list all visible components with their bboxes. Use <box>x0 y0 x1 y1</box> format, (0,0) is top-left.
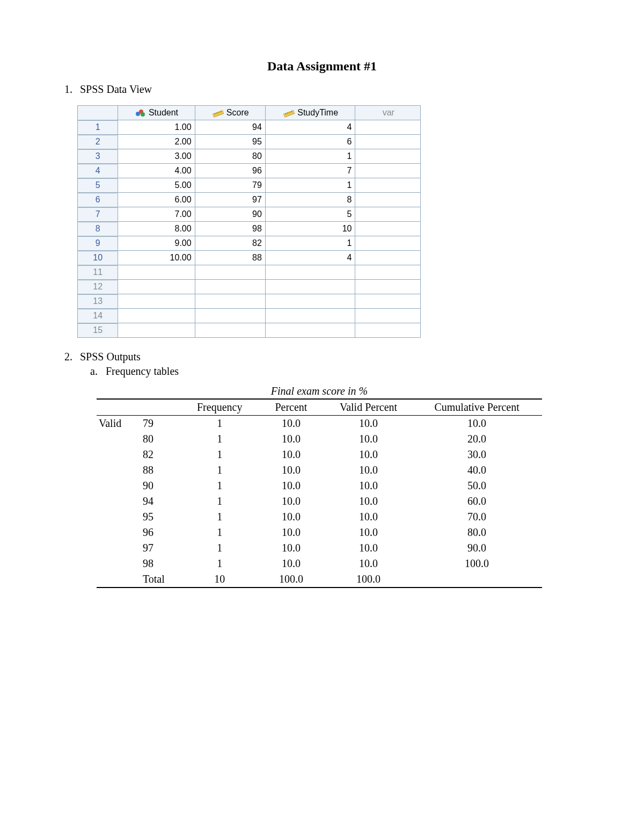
spss-row-number[interactable]: 6 <box>78 193 118 207</box>
spss-cell[interactable]: 94 <box>195 120 265 135</box>
spss-cell[interactable] <box>265 294 355 309</box>
table-row: 44.00967 <box>78 164 421 178</box>
spss-row-number[interactable]: 1 <box>78 120 118 135</box>
spss-cell[interactable] <box>355 265 421 280</box>
spss-row-number[interactable]: 4 <box>78 164 118 178</box>
spss-cell[interactable] <box>355 178 421 193</box>
spss-cell[interactable]: 6.00 <box>118 193 195 207</box>
freq-value: 88 <box>138 462 182 478</box>
spss-cell[interactable] <box>195 309 265 323</box>
spss-cell[interactable]: 1 <box>265 236 355 251</box>
spss-cell[interactable]: 90 <box>195 207 265 222</box>
spss-row-number[interactable]: 11 <box>78 265 118 280</box>
spss-cell[interactable] <box>355 207 421 222</box>
spss-cell[interactable] <box>355 135 421 149</box>
spss-cell[interactable] <box>265 280 355 294</box>
page-title: Data Assignment #1 <box>64 59 580 74</box>
freq-value: 90 <box>138 478 182 494</box>
spss-cell[interactable]: 4 <box>265 120 355 135</box>
spss-cell[interactable] <box>118 323 195 338</box>
spss-col-student[interactable]: Student <box>118 106 195 120</box>
list-item-1: 1. SPSS Data View <box>64 83 580 96</box>
spss-cell[interactable]: 88 <box>195 251 265 265</box>
spss-cell[interactable] <box>355 149 421 164</box>
spss-row-number[interactable]: 13 <box>78 294 118 309</box>
spss-cell[interactable] <box>355 251 421 265</box>
spss-cell[interactable]: 8 <box>265 193 355 207</box>
spss-cell[interactable]: 82 <box>195 236 265 251</box>
spss-cell[interactable] <box>355 164 421 178</box>
spss-cell[interactable]: 7.00 <box>118 207 195 222</box>
spss-cell[interactable] <box>355 193 421 207</box>
freq-valid-percent: 10.0 <box>325 478 412 494</box>
spss-cell[interactable] <box>355 120 421 135</box>
spss-cell[interactable]: 8.00 <box>118 222 195 236</box>
spss-cell[interactable]: 98 <box>195 222 265 236</box>
spss-row-number[interactable]: 10 <box>78 251 118 265</box>
spss-cell[interactable]: 1 <box>265 178 355 193</box>
spss-cell[interactable]: 3.00 <box>118 149 195 164</box>
spss-cell[interactable] <box>195 265 265 280</box>
spss-row-number[interactable]: 14 <box>78 309 118 323</box>
spss-row-number[interactable]: 8 <box>78 222 118 236</box>
spss-cell[interactable] <box>118 309 195 323</box>
spss-cell[interactable] <box>355 323 421 338</box>
spss-cell[interactable]: 10.00 <box>118 251 195 265</box>
spss-cell[interactable]: 95 <box>195 135 265 149</box>
spss-cell[interactable]: 2.00 <box>118 135 195 149</box>
spss-cell[interactable] <box>195 323 265 338</box>
spss-row-number[interactable]: 12 <box>78 280 118 294</box>
spss-cell[interactable]: 10 <box>265 222 355 236</box>
spss-cell[interactable]: 96 <box>195 164 265 178</box>
spss-cell[interactable] <box>265 265 355 280</box>
freq-percent: 100.0 <box>257 571 325 588</box>
spss-cell[interactable] <box>355 309 421 323</box>
spss-cell[interactable]: 97 <box>195 193 265 207</box>
spss-cell[interactable]: 4 <box>265 251 355 265</box>
spss-cell[interactable] <box>355 280 421 294</box>
table-row: 98110.010.0100.0 <box>97 556 542 571</box>
spss-cell[interactable] <box>355 222 421 236</box>
freq-h-cumulative-percent: Cumulative Percent <box>412 399 542 416</box>
spss-row-number[interactable]: 5 <box>78 178 118 193</box>
spss-cell[interactable]: 79 <box>195 178 265 193</box>
spss-col-var[interactable]: var <box>355 106 421 120</box>
freq-lead <box>97 525 138 540</box>
spss-cell[interactable] <box>355 236 421 251</box>
spss-row-number[interactable]: 3 <box>78 149 118 164</box>
spss-cell[interactable] <box>195 280 265 294</box>
freq-percent: 10.0 <box>257 540 325 556</box>
freq-frequency: 1 <box>182 478 257 494</box>
spss-cell[interactable]: 1.00 <box>118 120 195 135</box>
freq-valid-percent: 10.0 <box>325 525 412 540</box>
table-row: 96110.010.080.0 <box>97 525 542 540</box>
freq-cumulative-percent: 80.0 <box>412 525 542 540</box>
spss-cell[interactable] <box>118 294 195 309</box>
spss-cell[interactable] <box>118 265 195 280</box>
spss-row-number[interactable]: 9 <box>78 236 118 251</box>
spss-col-studytime[interactable]: StudyTime <box>265 106 355 120</box>
spss-cell[interactable]: 4.00 <box>118 164 195 178</box>
spss-cell[interactable] <box>118 280 195 294</box>
spss-cell[interactable]: 7 <box>265 164 355 178</box>
spss-cell[interactable] <box>195 294 265 309</box>
freq-percent: 10.0 <box>257 556 325 571</box>
spss-row-number[interactable]: 2 <box>78 135 118 149</box>
spss-cell[interactable]: 1 <box>265 149 355 164</box>
spss-cell[interactable]: 6 <box>265 135 355 149</box>
spss-cell[interactable] <box>265 309 355 323</box>
spss-cell[interactable]: 5 <box>265 207 355 222</box>
spss-cell[interactable]: 5.00 <box>118 178 195 193</box>
spss-cell[interactable] <box>265 323 355 338</box>
spss-cell[interactable] <box>355 294 421 309</box>
spss-row-number[interactable]: 7 <box>78 207 118 222</box>
freq-h-lead <box>97 399 138 416</box>
spss-col-score[interactable]: Score <box>195 106 265 120</box>
table-row: 1010.00884 <box>78 251 421 265</box>
spss-cell[interactable]: 9.00 <box>118 236 195 251</box>
spss-col-studytime-label: StudyTime <box>297 108 338 118</box>
spss-body: 11.0094422.0095633.0080144.0096755.00791… <box>78 120 421 338</box>
spss-row-number[interactable]: 15 <box>78 323 118 338</box>
freq-valid-percent: 10.0 <box>325 416 412 432</box>
spss-cell[interactable]: 80 <box>195 149 265 164</box>
